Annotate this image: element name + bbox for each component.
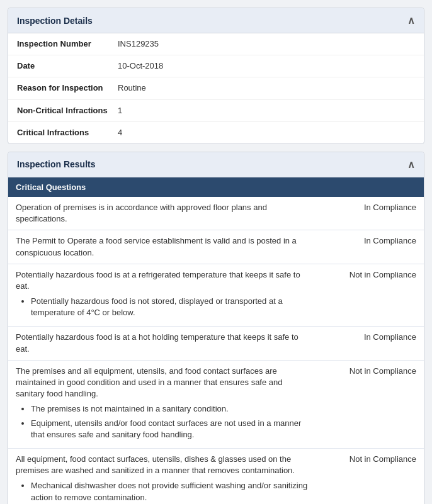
detail-label: Non-Critical Infractions [17,105,118,116]
inspection-results-header: Inspection Results ∧ [8,152,424,177]
detail-value: 1 [118,105,122,116]
table-row: Operation of premises is in accordance w… [8,197,424,230]
question-cell: The premises and all equipment, utensils… [8,360,320,448]
list-item: Potentially hazardous food is not stored… [31,296,312,318]
detail-value: 10-Oct-2018 [118,60,163,72]
detail-value: 4 [118,127,122,138]
detail-label: Critical Infractions [17,127,118,138]
list-item: Equipment, utensils and/or food contact … [31,418,312,440]
status-cell: In Compliance [320,327,424,360]
status-cell: Not in Compliance [320,360,424,448]
status-cell: In Compliance [320,230,424,264]
sub-items-list: Mechanical dishwasher does not provide s… [16,480,312,503]
question-text: Potentially hazardous food is at a refri… [16,270,300,291]
inspection-details-chevron[interactable]: ∧ [407,14,415,26]
status-cell: Not in Compliance [320,448,424,504]
sub-items-list: The premises is not maintained in a sani… [16,403,312,440]
detail-row: Inspection Number INS129235 [8,33,424,55]
inspection-results-table: Critical Questions Operation of premises… [8,177,424,504]
table-row: All equipment, food contact surfaces, ut… [8,448,424,504]
status-cell: In Compliance [320,197,424,230]
detail-row: Date 10-Oct-2018 [8,55,424,77]
question-cell: Potentially hazardous food is at a refri… [8,264,320,327]
inspection-details-title: Inspection Details [17,16,93,26]
inspection-details-table: Inspection Number INS129235 Date 10-Oct-… [8,33,424,143]
sub-items-list: Potentially hazardous food is not stored… [16,296,312,318]
list-item: Mechanical dishwasher does not provide s… [31,480,312,503]
inspection-results-chevron[interactable]: ∧ [407,159,415,171]
detail-row: Reason for Inspection Routine [8,77,424,99]
inspection-results-title: Inspection Results [17,159,95,169]
detail-label: Reason for Inspection [17,82,118,94]
inspection-results-section: Inspection Results ∧ Critical Questions … [8,152,424,504]
detail-value: INS129235 [118,38,159,50]
detail-row: Non-Critical Infractions 1 [8,100,424,122]
question-text: Operation of premises is in accordance w… [16,203,267,223]
status-cell: Not in Compliance [320,264,424,327]
detail-label: Date [17,60,118,72]
inspection-details-section: Inspection Details ∧ Inspection Number I… [8,8,424,144]
table-row: Potentially hazardous food is at a refri… [8,264,424,327]
question-cell: All equipment, food contact surfaces, ut… [8,448,320,504]
detail-label: Inspection Number [17,38,118,50]
detail-value: Routine [118,82,146,94]
question-text: The Permit to Operate a food service est… [16,236,297,257]
question-text: All equipment, food contact surfaces, ut… [16,454,295,475]
question-text: The premises and all equipment, utensils… [16,366,283,398]
list-item: The premises is not maintained in a sani… [31,403,312,415]
detail-row: Critical Infractions 4 [8,122,424,143]
question-cell: Operation of premises is in accordance w… [8,197,320,230]
table-row: The Permit to Operate a food service est… [8,230,424,264]
table-row: Potentially hazardous food is at a hot h… [8,327,424,360]
question-cell: Potentially hazardous food is at a hot h… [8,327,320,360]
question-text: Potentially hazardous food is at a hot h… [16,332,298,353]
inspection-details-header: Inspection Details ∧ [8,8,424,33]
critical-questions-header: Critical Questions [8,177,424,197]
question-cell: The Permit to Operate a food service est… [8,230,320,264]
table-row: The premises and all equipment, utensils… [8,360,424,448]
